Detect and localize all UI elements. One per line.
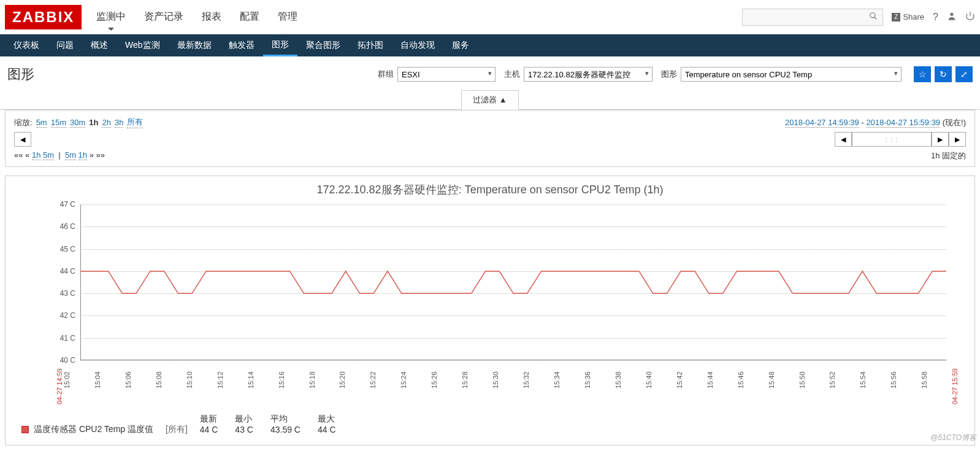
quick-fwd-5m[interactable]: 5m — [65, 150, 76, 160]
ytick: 42 C — [46, 311, 75, 320]
zoom-opt-15m[interactable]: 15m — [51, 118, 66, 128]
xtick: 15:28 — [461, 363, 492, 397]
search-icon[interactable] — [869, 12, 878, 23]
svg-point-0 — [870, 12, 875, 17]
xtick: 15:30 — [492, 363, 523, 397]
sub-nav: 仪表板问题概述Web监测最新数据触发器图形聚合图形拓扑图自动发现服务 — [0, 34, 980, 56]
xtick: 15:38 — [614, 363, 645, 397]
subnav-item-10[interactable]: 服务 — [443, 34, 478, 56]
subnav-item-4[interactable]: 最新数据 — [169, 34, 220, 56]
chart-plot: 40 C41 C42 C43 C44 C45 C46 C47 C — [46, 201, 952, 360]
xtick: 15:46 — [737, 363, 768, 397]
zoom-opt-1h[interactable]: 1h — [89, 118, 98, 127]
filter-toggle[interactable]: 过滤器 ▲ — [461, 90, 518, 110]
xtick: 15:12 — [216, 363, 247, 397]
subnav-item-0[interactable]: 仪表板 — [5, 34, 48, 56]
chart-legend: 温度传感器 CPU2 Temp 温度值 [所有] 最新44 C最小43 C平均4… — [21, 413, 971, 435]
main-tab-3[interactable]: 配置 — [237, 0, 262, 34]
legend-swatch — [21, 426, 29, 433]
quick-back-1h[interactable]: 1h — [32, 150, 40, 160]
subnav-item-5[interactable]: 触发器 — [220, 34, 263, 56]
now-label: (现在!) — [943, 118, 966, 127]
time-next-button[interactable]: ▶ — [949, 132, 966, 147]
page-header: 图形 群组 ESXI 主机 172.22.10.82服务器硬件监控 图形 Tem… — [0, 56, 980, 90]
subnav-item-9[interactable]: 自动发现 — [392, 34, 443, 56]
host-select[interactable]: 172.22.10.82服务器硬件监控 — [524, 67, 653, 82]
xtick: 15:48 — [768, 363, 798, 397]
graph-select[interactable]: Temperature on sensor CPU2 Temp — [681, 67, 902, 82]
xtick: 15:24 — [400, 363, 431, 397]
time-slider-handle[interactable]: : : : — [852, 132, 932, 147]
user-icon[interactable] — [947, 11, 957, 23]
page-title: 图形 — [7, 65, 34, 83]
subnav-item-7[interactable]: 聚合图形 — [297, 34, 349, 56]
quick-fwd-1h[interactable]: 1h — [78, 150, 87, 160]
filter-tab-bar: 过滤器 ▲ — [0, 90, 980, 110]
search-box[interactable] — [742, 9, 883, 26]
main-tab-2[interactable]: 报表 — [199, 0, 224, 34]
subnav-item-2[interactable]: 概述 — [82, 34, 117, 56]
xtick: 15:40 — [645, 363, 676, 397]
fixed-label: 1h 固定的 — [931, 150, 966, 161]
xtick: 15:36 — [584, 363, 614, 397]
xtick: 15:54 — [859, 363, 890, 397]
time-range-prev[interactable]: ◀ — [835, 132, 852, 147]
xtick: 15:08 — [155, 363, 186, 397]
fullscreen-button[interactable]: ⤢ — [955, 66, 973, 82]
date-to[interactable]: 2018-04-27 15:59:39 — [866, 118, 940, 128]
quick-back-5m[interactable]: 5m — [43, 150, 54, 160]
subnav-item-3[interactable]: Web监测 — [117, 34, 169, 56]
xtick: 15:20 — [339, 363, 369, 397]
zoom-opt-所有[interactable]: 所有 — [127, 117, 143, 128]
refresh-button[interactable]: ↻ — [935, 66, 952, 82]
xtick: 15:58 — [921, 363, 951, 397]
xtick: 15:44 — [706, 363, 737, 397]
xtick: 15:42 — [676, 363, 706, 397]
time-slider-empty — [31, 132, 835, 147]
time-prev-button[interactable]: ◀ — [14, 132, 31, 147]
filter-panel: 缩放: 5m15m30m1h2h3h所有 2018-04-27 14:59:39… — [5, 110, 975, 167]
watermark: @51CTO博客 — [930, 433, 976, 443]
subnav-item-1[interactable]: 问题 — [48, 34, 82, 56]
ytick: 45 C — [46, 245, 75, 253]
main-tab-1[interactable]: 资产记录 — [142, 0, 186, 34]
legend-scope: [所有] — [166, 424, 188, 435]
power-icon[interactable] — [965, 11, 975, 23]
help-icon[interactable]: ? — [933, 12, 938, 23]
graph-label: 图形 — [661, 69, 677, 80]
ytick: 44 C — [46, 267, 75, 276]
search-input[interactable] — [748, 13, 869, 21]
x-start-label: 04-27 14:59 — [56, 360, 63, 404]
zoom-controls: 缩放: 5m15m30m1h2h3h所有 — [14, 117, 143, 128]
main-tab-4[interactable]: 管理 — [275, 0, 300, 34]
legend-series-name: 温度传感器 CPU2 Temp 温度值 — [34, 424, 153, 435]
group-select[interactable]: ESXI — [397, 67, 496, 82]
main-tab-0[interactable]: 监测中 — [94, 0, 128, 34]
zoom-opt-3h[interactable]: 3h — [115, 118, 123, 128]
ytick: 43 C — [46, 289, 75, 298]
zoom-opt-2h[interactable]: 2h — [102, 118, 110, 128]
host-label: 主机 — [504, 69, 520, 80]
xtick: 15:32 — [523, 363, 553, 397]
legend-col: 最新44 C — [200, 413, 218, 435]
zoom-opt-30m[interactable]: 30m — [70, 118, 85, 128]
share-link[interactable]: ZShare — [892, 12, 924, 21]
xtick: 15:10 — [186, 363, 216, 397]
xtick: 15:14 — [247, 363, 278, 397]
xtick: 15:26 — [431, 363, 461, 397]
legend-col: 最大44 C — [318, 413, 336, 435]
svg-point-2 — [950, 12, 953, 15]
logo[interactable]: ZABBIX — [5, 5, 82, 29]
chart-title: 172.22.10.82服务器硬件监控: Temperature on sens… — [9, 182, 971, 197]
legend-col: 最小43 C — [235, 413, 253, 435]
xtick: 15:04 — [94, 363, 124, 397]
time-range-next[interactable]: ▶ — [932, 132, 949, 147]
favorite-button[interactable]: ☆ — [914, 66, 931, 82]
date-range: 2018-04-27 14:59:39 - 2018-04-27 15:59:3… — [785, 117, 966, 128]
subnav-item-6[interactable]: 图形 — [263, 34, 297, 56]
zoom-opt-5m[interactable]: 5m — [36, 118, 47, 128]
subnav-item-8[interactable]: 拓扑图 — [349, 34, 392, 56]
top-bar: ZABBIX 监测中资产记录报表配置管理 ZShare ? — [0, 0, 980, 34]
date-from[interactable]: 2018-04-27 14:59:39 — [785, 118, 859, 128]
x-end-label: 04-27 15:59 — [951, 360, 959, 404]
